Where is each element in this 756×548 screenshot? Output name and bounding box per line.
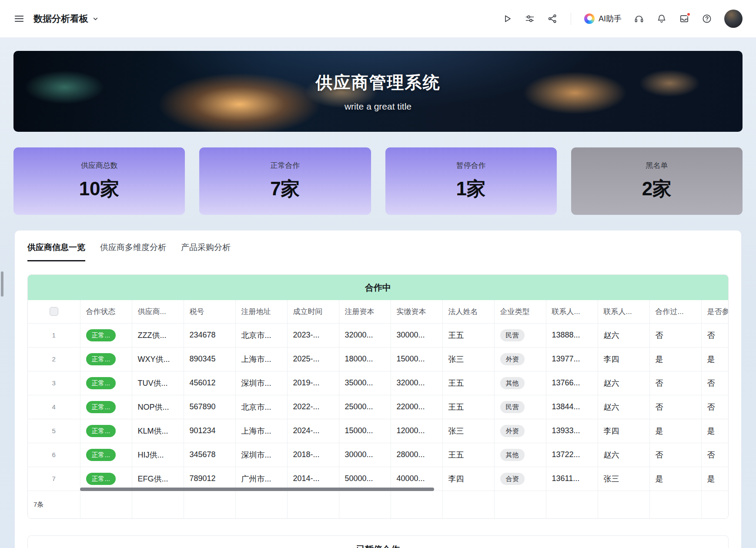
paused-table-card: 已暂停合作 <box>27 535 729 548</box>
tab-supplier-overview[interactable]: 供应商信息一览 <box>27 242 85 261</box>
vertical-scrollbar[interactable] <box>1 271 3 297</box>
table-row[interactable]: 7正常...EFG供...789012广州市...2014-...50000..… <box>28 467 729 491</box>
ai-logo-icon <box>584 13 595 24</box>
table-cell: 王五 <box>442 323 494 347</box>
supplier-header-row: 合作状态供应商...税号注册地址成立时间注册资本实缴资本法人姓名企业类型联系人.… <box>28 300 729 323</box>
stat-value: 2家 <box>642 176 672 202</box>
table-row[interactable]: 6正常...HIJ供...345678深圳市...2018-...30000..… <box>28 443 729 467</box>
stat-card-paused-cooperation[interactable]: 暂停合作 1家 <box>385 147 557 215</box>
stat-card-total-suppliers[interactable]: 供应商总数 10家 <box>13 147 185 215</box>
table-row[interactable]: 1正常...ZZZ供...234678北京市...2023-...32000..… <box>28 323 729 347</box>
bell-icon[interactable] <box>656 13 667 24</box>
inbox-icon[interactable] <box>679 13 689 24</box>
avatar[interactable] <box>724 10 743 28</box>
table-cell: 张三 <box>442 347 494 371</box>
status-badge: 正常... <box>86 425 116 437</box>
cooperating-table-card: 合作中 合作状态供应商...税号注册地址成立时间注册资本实缴资本法人姓名企业类型… <box>27 274 729 519</box>
tab-procurement-analysis[interactable]: 产品采购分析 <box>181 242 231 261</box>
table-row[interactable]: 2正常...WXY供...890345上海市...2025-...18000..… <box>28 347 729 371</box>
column-header[interactable]: 注册资本 <box>339 300 391 323</box>
table-row[interactable]: 3正常...TUV供...456012深圳市...2019-...35000..… <box>28 371 729 395</box>
table-cell: 890345 <box>184 347 235 371</box>
table-cell: 李四 <box>442 467 494 491</box>
table-cell: 外资 <box>494 419 546 443</box>
table-cell: 正常... <box>80 419 132 443</box>
table-cell: 22000... <box>391 395 442 419</box>
ai-assistant-button[interactable]: AI助手 <box>584 13 622 24</box>
footer-cell <box>546 491 598 518</box>
table-cell: 18000... <box>339 347 391 371</box>
column-header[interactable]: 合作过... <box>649 300 701 323</box>
column-header[interactable]: 联系人... <box>598 300 649 323</box>
column-header[interactable]: 税号 <box>184 300 235 323</box>
table-cell: 否 <box>649 443 701 467</box>
tabs: 供应商信息一览 供应商多维度分析 产品采购分析 <box>27 242 729 261</box>
table-cell: ZZZ供... <box>132 323 184 347</box>
stat-card-blacklist[interactable]: 黑名单 2家 <box>571 147 743 215</box>
table-cell: 李四 <box>598 419 649 443</box>
headset-icon[interactable] <box>634 13 644 24</box>
stat-label: 供应商总数 <box>81 160 118 170</box>
column-header[interactable]: 联系人... <box>546 300 598 323</box>
play-icon[interactable] <box>502 13 512 24</box>
column-header[interactable]: 企业类型 <box>494 300 546 323</box>
table-cell: 广州市... <box>235 467 287 491</box>
supplier-tbody: 1正常...ZZZ供...234678北京市...2023-...32000..… <box>28 323 729 491</box>
table-cell: 567890 <box>184 395 235 419</box>
controls-icon[interactable] <box>525 13 535 24</box>
topbar-actions: AI助手 <box>502 10 743 28</box>
table-cell: 234678 <box>184 323 235 347</box>
tab-multidimensional-analysis[interactable]: 供应商多维度分析 <box>100 242 166 261</box>
status-badge: 正常... <box>86 377 116 389</box>
company-type-badge: 外资 <box>500 353 525 365</box>
table-cell: 12000... <box>391 419 442 443</box>
horizontal-scrollbar[interactable] <box>80 488 434 491</box>
table-cell: 2024-... <box>287 419 339 443</box>
table-cell: 正常... <box>80 443 132 467</box>
footer-cell <box>701 491 729 518</box>
menu-icon[interactable] <box>13 13 25 24</box>
table-cell: TUV供... <box>132 371 184 395</box>
table-cell: 王五 <box>442 395 494 419</box>
table-cell: 13722... <box>546 443 598 467</box>
table-cell: 王五 <box>442 443 494 467</box>
table-cell: 正常... <box>80 347 132 371</box>
stat-label: 暂停合作 <box>456 160 486 170</box>
footer-cell <box>339 491 391 518</box>
table-row[interactable]: 4正常...NOP供...567890北京市...2022-...25000..… <box>28 395 729 419</box>
column-header[interactable]: 成立时间 <box>287 300 339 323</box>
row-index: 1 <box>28 323 80 347</box>
table-cell: 35000... <box>339 371 391 395</box>
stat-card-normal-cooperation[interactable]: 正常合作 7家 <box>199 147 371 215</box>
column-header[interactable]: 注册地址 <box>235 300 287 323</box>
chevron-down-icon[interactable] <box>92 16 99 22</box>
company-type-badge: 其他 <box>500 377 525 389</box>
table-cell: 否 <box>649 371 701 395</box>
row-index: 7 <box>28 467 80 491</box>
table-row[interactable]: 5正常...KLM供...901234上海市...2024-...15000..… <box>28 419 729 443</box>
select-all-checkbox[interactable] <box>50 307 58 316</box>
select-all-cell <box>28 300 80 323</box>
table-cell: 北京市... <box>235 323 287 347</box>
table-cell: 13766... <box>546 371 598 395</box>
help-icon[interactable] <box>702 13 712 24</box>
share-icon[interactable] <box>547 13 558 24</box>
table-cell: EFG供... <box>132 467 184 491</box>
column-header[interactable]: 合作状态 <box>80 300 132 323</box>
column-header[interactable]: 法人姓名 <box>442 300 494 323</box>
table-cell: 13977... <box>546 347 598 371</box>
table-cell: 北京市... <box>235 395 287 419</box>
table-cell: 901234 <box>184 419 235 443</box>
table-cell: 李四 <box>598 347 649 371</box>
table-cell: KLM供... <box>132 419 184 443</box>
table-cell: 否 <box>649 323 701 347</box>
table-cell: 张三 <box>598 467 649 491</box>
column-header[interactable]: 实缴资本 <box>391 300 442 323</box>
table-cell: 13844... <box>546 395 598 419</box>
column-header[interactable]: 供应商... <box>132 300 184 323</box>
column-header[interactable]: 是否参 <box>701 300 729 323</box>
company-type-badge: 外资 <box>500 425 525 437</box>
table-cell: 正常... <box>80 371 132 395</box>
section-header-paused: 已暂停合作 <box>28 544 728 548</box>
status-badge: 正常... <box>86 473 116 485</box>
